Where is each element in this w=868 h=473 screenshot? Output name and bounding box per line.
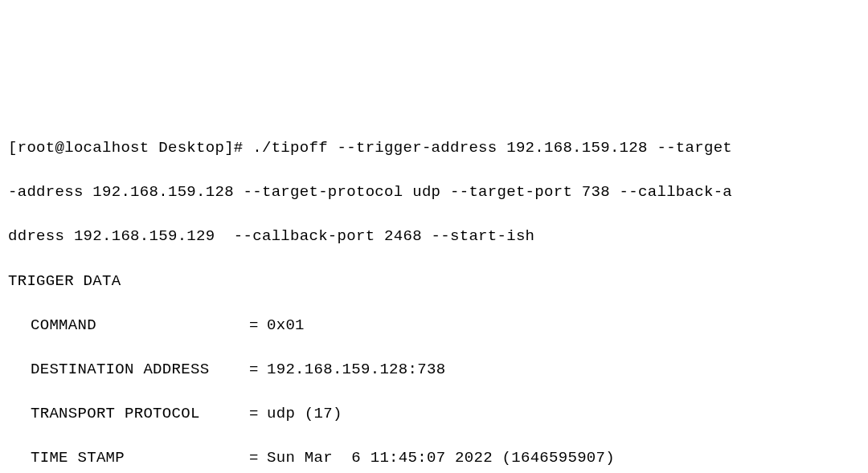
command-line-2: -address 192.168.159.128 --target-protoc… (8, 181, 860, 204)
field-label: TRANSPORT PROTOCOL (8, 403, 249, 426)
equals-sign: = (249, 403, 267, 426)
field-label: TIME STAMP (8, 447, 249, 470)
field-value: 0x01 (267, 315, 305, 337)
command-line-3: ddress 192.168.159.129 --callback-port 2… (8, 226, 860, 248)
field-command: COMMAND=0x01 (8, 315, 860, 337)
terminal-output[interactable]: [root@localhost Desktop]# ./tipoff --tri… (8, 93, 860, 473)
field-value: 192.168.159.128:738 (267, 359, 445, 381)
field-value: udp (17) (267, 403, 342, 426)
field-label: DESTINATION ADDRESS (8, 359, 249, 381)
field-transport-protocol: TRANSPORT PROTOCOL=udp (17) (8, 403, 860, 426)
field-value: Sun Mar 6 11:45:07 2022 (1646595907) (267, 447, 615, 470)
equals-sign: = (249, 315, 267, 337)
trigger-data-header: TRIGGER DATA (8, 271, 860, 293)
equals-sign: = (249, 359, 267, 381)
field-label: COMMAND (8, 315, 249, 337)
command-text: ./tipoff --trigger-address 192.168.159.1… (252, 139, 732, 157)
equals-sign: = (249, 447, 267, 470)
field-time-stamp: TIME STAMP=Sun Mar 6 11:45:07 2022 (1646… (8, 447, 860, 470)
command-line-1: [root@localhost Desktop]# ./tipoff --tri… (8, 137, 860, 160)
field-destination-address: DESTINATION ADDRESS=192.168.159.128:738 (8, 359, 860, 381)
shell-prompt: [root@localhost Desktop]# (8, 139, 252, 157)
